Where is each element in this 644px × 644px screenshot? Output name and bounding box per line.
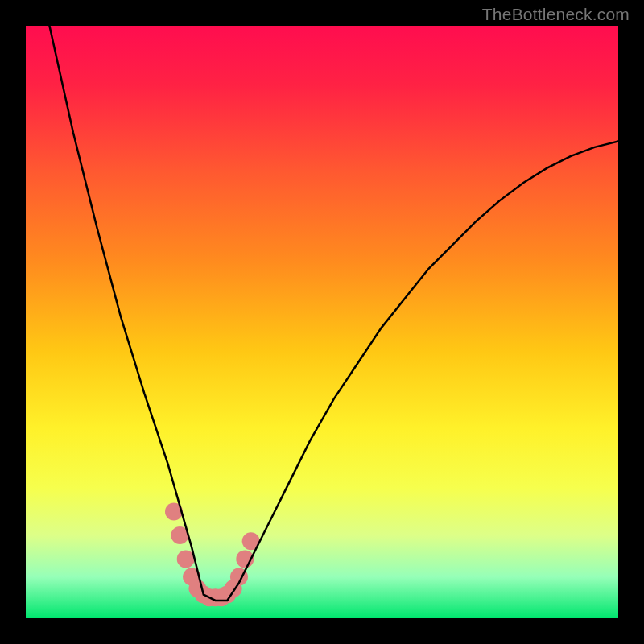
- highlight-bead: [177, 550, 195, 568]
- chart-background: [26, 26, 618, 618]
- chart-svg: [26, 26, 618, 618]
- chart-frame: [26, 26, 618, 618]
- watermark-text: TheBottleneck.com: [482, 5, 630, 24]
